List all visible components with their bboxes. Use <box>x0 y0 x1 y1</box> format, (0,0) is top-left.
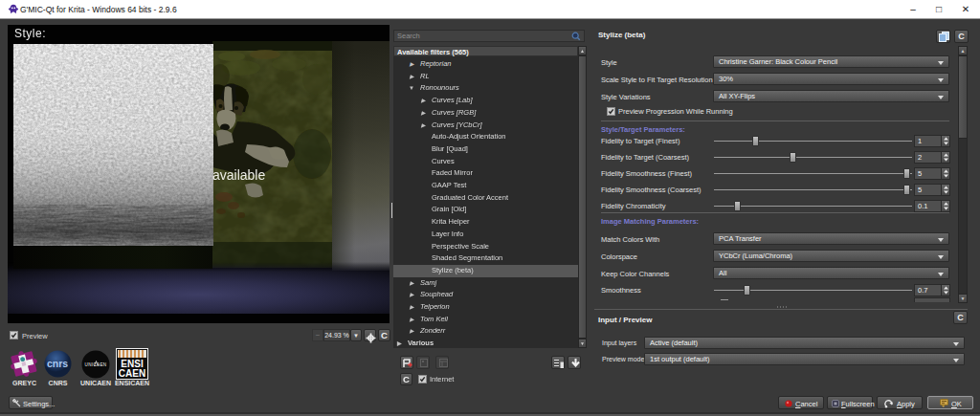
svg-text:cnrs: cnrs <box>47 358 68 369</box>
svg-text:CAEN: CAEN <box>119 368 145 379</box>
